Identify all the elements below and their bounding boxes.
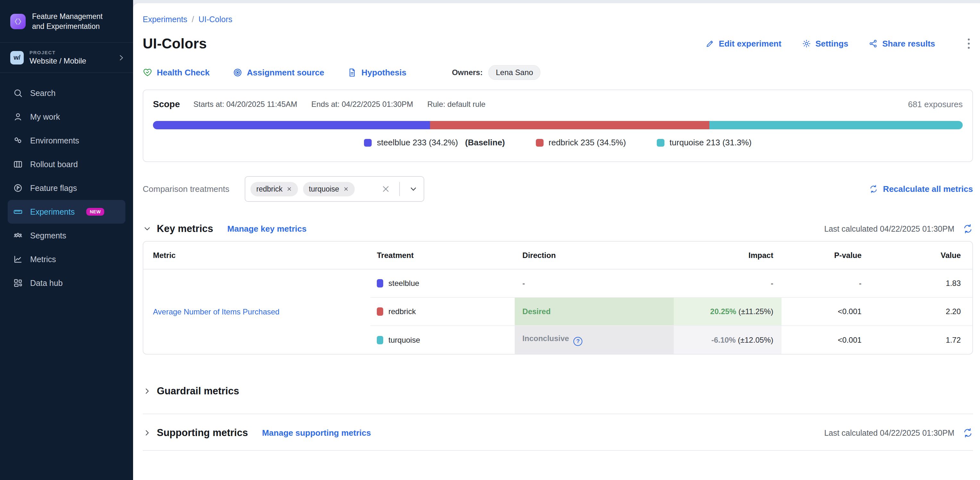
scope-title: Scope <box>153 99 180 109</box>
metric-cell: Average Number of Items Purchased <box>143 269 371 354</box>
breadcrumb-separator: / <box>192 15 194 24</box>
project-switcher[interactable]: w/ PROJECT Website / Mobile <box>0 43 133 73</box>
remove-chip-icon[interactable] <box>343 186 349 192</box>
page-title: UI-Colors <box>143 36 207 52</box>
heart-check-icon <box>143 68 152 77</box>
manage-key-metrics-link[interactable]: Manage key metrics <box>228 224 307 234</box>
legend-item-steelblue: steelblue 233 (34.2%) (Baseline) <box>364 138 505 148</box>
chip-redbrick[interactable]: redbrick <box>250 182 298 196</box>
remove-chip-icon[interactable] <box>286 186 292 192</box>
breadcrumb: Experiments / UI-Colors <box>143 15 973 24</box>
manage-supporting-metrics-link[interactable]: Manage supporting metrics <box>262 428 371 438</box>
sidebar-item-feature-flags[interactable]: Feature flags <box>8 176 126 200</box>
brand: Feature Management and Experimentation <box>0 0 133 43</box>
expand-chevron-right-icon[interactable] <box>143 428 152 437</box>
supporting-metrics-title: Supporting metrics <box>157 427 248 439</box>
supporting-metrics-header: Supporting metrics Manage supporting met… <box>143 427 973 439</box>
key-metrics-header: Key metrics Manage key metrics Last calc… <box>143 223 973 234</box>
sidebar-item-my-work[interactable]: My work <box>8 105 126 129</box>
comparison-row: Comparison treatments redbrick turquoise… <box>143 176 973 202</box>
sidebar-item-label: Experiments <box>30 207 75 217</box>
scope-card: Scope Starts at: 04/20/2025 11:45AM Ends… <box>143 89 973 162</box>
treatment-cell: redbrick <box>371 307 515 316</box>
pencil-icon <box>705 39 714 48</box>
expand-chevron-right-icon[interactable] <box>143 387 152 395</box>
health-check-link[interactable]: Health Check <box>143 68 210 78</box>
sidebar-item-rollout-board[interactable]: Rollout board <box>8 152 126 176</box>
quick-links-row: Health Check Assignment source Hypothesi… <box>143 65 973 80</box>
section-divider <box>143 450 973 451</box>
pvalue-cell: <0.001 <box>781 297 871 326</box>
metric-link[interactable]: Average Number of Items Purchased <box>153 308 279 316</box>
steelblue-swatch <box>364 139 372 147</box>
sidebar-item-label: Rollout board <box>30 160 78 169</box>
owners: Owners: Lena Sano <box>452 65 540 80</box>
project-label: PROJECT <box>30 50 111 55</box>
share-icon <box>869 39 878 48</box>
turquoise-swatch <box>377 336 383 344</box>
app-title: Feature Management and Experimentation <box>32 11 106 32</box>
breadcrumb-current-link[interactable]: UI-Colors <box>199 15 232 24</box>
col-pvalue: P-value <box>781 242 871 269</box>
baseline-tag: (Baseline) <box>465 138 505 148</box>
key-metrics-table-card: Metric Treatment Direction Impact P-valu… <box>143 241 973 354</box>
sidebar-item-label: Metrics <box>30 255 56 264</box>
more-options-button[interactable] <box>965 37 973 51</box>
col-metric: Metric <box>143 242 371 269</box>
refresh-icon[interactable] <box>963 224 973 234</box>
supporting-metrics-last-calculated: Last calculated 04/22/2025 01:30PM <box>824 428 973 438</box>
value-cell: 2.20 <box>871 297 972 326</box>
sidebar-item-environments[interactable]: Environments <box>8 129 126 152</box>
search-icon <box>13 88 23 98</box>
ruler-icon <box>13 207 23 217</box>
app-window: Feature Management and Experimentation w… <box>0 0 980 480</box>
value-cell: 1.83 <box>871 269 972 297</box>
owner-chip[interactable]: Lena Sano <box>488 65 540 80</box>
hypothesis-link[interactable]: Hypothesis <box>347 68 406 78</box>
key-metrics-last-calculated: Last calculated 04/22/2025 01:30PM <box>824 224 973 234</box>
legend-item-redbrick: redbrick 235 (34.5%) <box>536 138 626 148</box>
edit-experiment-button[interactable]: Edit experiment <box>705 39 781 49</box>
redbrick-swatch <box>536 139 544 147</box>
hexagons-icon <box>13 136 23 146</box>
settings-button[interactable]: Settings <box>802 39 848 49</box>
new-badge: NEW <box>86 208 104 215</box>
treatment-cell: steelblue <box>371 279 515 288</box>
grid-icon <box>13 278 23 288</box>
sidebar-item-data-hub[interactable]: Data hub <box>8 271 126 295</box>
person-icon <box>13 112 23 122</box>
board-columns-icon <box>13 159 23 169</box>
sidebar-item-experiments[interactable]: Experiments NEW <box>8 200 126 224</box>
sidebar-item-segments[interactable]: Segments <box>8 224 126 247</box>
app-logo-icon[interactable] <box>10 14 25 29</box>
scope-starts-at: Starts at: 04/20/2025 11:45AM <box>193 100 297 109</box>
flag-circle-icon <box>13 183 23 193</box>
sidebar-item-label: Environments <box>30 136 79 145</box>
project-name: Website / Mobile <box>30 56 111 65</box>
document-icon <box>347 68 357 77</box>
chevron-down-icon[interactable] <box>409 185 418 193</box>
clear-all-icon[interactable] <box>381 185 390 193</box>
chip-turquoise[interactable]: turquoise <box>303 182 355 196</box>
key-metrics-table: Metric Treatment Direction Impact P-valu… <box>143 242 972 354</box>
comparison-treatments-select[interactable]: redbrick turquoise <box>245 176 424 202</box>
help-icon[interactable] <box>573 337 582 346</box>
sidebar-item-label: Feature flags <box>30 183 77 193</box>
direction-cell: Desired <box>515 297 674 326</box>
refresh-icon[interactable] <box>963 428 973 438</box>
collapse-chevron-down-icon[interactable] <box>143 224 152 233</box>
value-cell: 1.72 <box>871 326 972 354</box>
assignment-source-link[interactable]: Assignment source <box>233 68 324 78</box>
key-metrics-title: Key metrics <box>157 223 213 234</box>
recalculate-all-metrics-button[interactable]: Recalculate all metrics <box>869 184 973 194</box>
direction-cell: Inconclusive <box>515 326 674 354</box>
gear-icon <box>802 39 811 48</box>
sidebar-item-metrics[interactable]: Metrics <box>8 247 126 271</box>
people-group-icon <box>13 230 23 241</box>
sidebar-item-search[interactable]: Search <box>8 81 126 105</box>
redbrick-swatch <box>377 308 383 316</box>
share-results-button[interactable]: Share results <box>869 39 935 49</box>
main-content: Experiments / UI-Colors UI-Colors Edit e… <box>133 3 980 480</box>
breadcrumb-experiments-link[interactable]: Experiments <box>143 15 187 24</box>
sidebar-item-label: Search <box>30 89 56 98</box>
